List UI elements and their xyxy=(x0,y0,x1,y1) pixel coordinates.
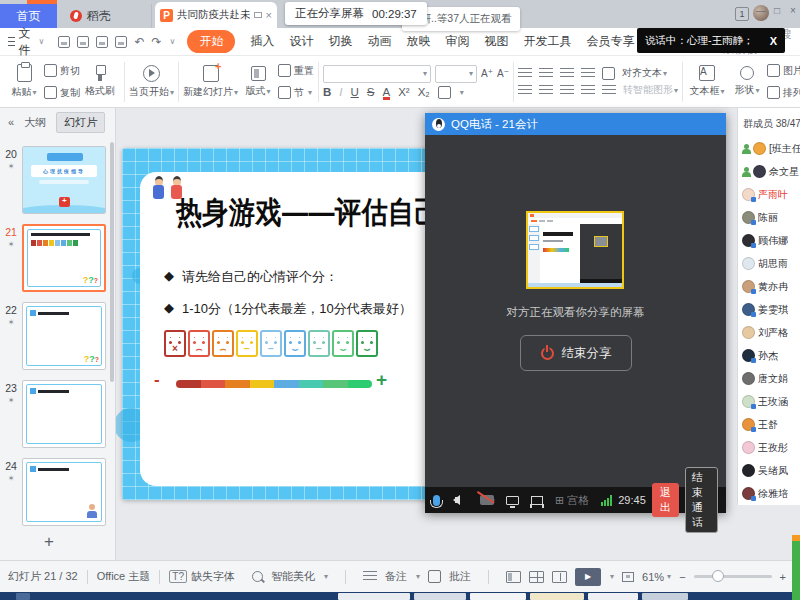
member-row[interactable]: [班主任]心 xyxy=(738,137,800,160)
member-row[interactable]: 佘文星 xyxy=(738,160,800,183)
ribbon-tab[interactable]: 开发工具 xyxy=(523,33,571,50)
comments-button[interactable]: 批注 xyxy=(449,569,471,584)
end-share-button[interactable]: 结束分享 xyxy=(520,335,632,371)
slide-sorter-view-icon[interactable] xyxy=(529,571,544,583)
notification-badge[interactable]: 1 xyxy=(735,7,749,21)
thumbnails-scrollbar[interactable] xyxy=(110,142,114,382)
ribbon-tab[interactable]: 设计 xyxy=(289,33,313,50)
tab-docer[interactable]: 稻壳 xyxy=(60,4,152,28)
decrease-indent-icon[interactable] xyxy=(560,68,574,79)
close-window-icon[interactable]: × xyxy=(788,5,798,16)
reading-view-icon[interactable] xyxy=(552,571,567,583)
member-row[interactable]: 胡思雨 xyxy=(738,252,800,275)
taskbar-item[interactable] xyxy=(642,593,688,600)
zoom-out-button[interactable]: − xyxy=(679,571,685,583)
exit-button[interactable]: 退出 xyxy=(652,483,679,517)
missing-font-label[interactable]: 缺失字体 xyxy=(191,569,235,584)
arrange-button[interactable]: 排列▾ xyxy=(767,84,800,102)
subscript-button[interactable]: X₂ xyxy=(418,86,430,98)
redo-icon[interactable]: ↷ xyxy=(151,35,161,49)
ribbon-tab[interactable]: 视图 xyxy=(484,33,508,50)
text-effects-icon[interactable] xyxy=(438,86,451,99)
textbox-button[interactable]: A 文本框▾ xyxy=(687,59,727,105)
pin-icon[interactable] xyxy=(254,12,262,18)
ribbon-tab[interactable]: 审阅 xyxy=(445,33,469,50)
font-size-select[interactable]: ▾ xyxy=(435,65,477,83)
member-row[interactable]: 唐文娟 xyxy=(738,367,800,390)
zoom-slider[interactable] xyxy=(694,575,772,578)
section-button[interactable]: 节▾ xyxy=(278,84,314,102)
slide-thumb-23[interactable]: 23 ✶ xyxy=(0,380,110,448)
tab-document-active[interactable]: P 共同防疫共赴未...班会PPT课件 × xyxy=(155,2,277,28)
preview-icon[interactable] xyxy=(115,36,127,48)
taskbar-item[interactable] xyxy=(414,593,466,600)
toast-close-icon[interactable]: X xyxy=(770,35,777,47)
numbered-list-icon[interactable] xyxy=(539,68,553,79)
align-left-icon[interactable] xyxy=(518,85,532,96)
align-text-button[interactable]: 对齐文本▾ xyxy=(622,66,667,80)
font-color-button[interactable]: A xyxy=(383,86,391,98)
member-row[interactable]: 孙杰 xyxy=(738,344,800,367)
bold-button[interactable]: B xyxy=(323,86,331,98)
font-family-select[interactable]: ▾ xyxy=(323,65,431,83)
play-from-current-button[interactable]: 当页开始▾ xyxy=(129,59,174,105)
notes-button[interactable]: 备注 xyxy=(385,569,407,584)
bullet-list-icon[interactable] xyxy=(518,68,532,79)
end-call-button[interactable]: 结束通话 xyxy=(685,467,718,533)
member-row[interactable]: 徐雅培 xyxy=(738,482,800,505)
shapes-button[interactable]: 形状▾ xyxy=(727,59,767,105)
save-icon[interactable] xyxy=(58,36,70,48)
ribbon-tab[interactable]: 开始 xyxy=(187,30,235,53)
member-row[interactable]: 顾伟娜 xyxy=(738,229,800,252)
tab-slides[interactable]: 幻灯片 xyxy=(56,112,105,133)
member-row[interactable]: 吴绪凤 xyxy=(738,459,800,482)
reset-button[interactable]: 重置 xyxy=(278,62,314,80)
slideshow-button[interactable]: ▶ xyxy=(575,568,601,586)
ribbon-tab[interactable]: 动画 xyxy=(367,33,391,50)
whiteboard-icon[interactable] xyxy=(531,496,543,505)
italic-button[interactable]: I xyxy=(339,86,342,98)
screen-share-preview[interactable] xyxy=(526,211,624,289)
slide-thumb-24[interactable]: 24 ✶ xyxy=(0,458,110,526)
maximize-icon[interactable]: □ xyxy=(772,5,782,16)
ribbon-tab[interactable]: 插入 xyxy=(250,33,274,50)
increase-indent-icon[interactable] xyxy=(581,68,595,79)
picture-button[interactable]: 图片▾ xyxy=(767,62,800,80)
member-row[interactable]: 刘严格 xyxy=(738,321,800,344)
strikethrough-button[interactable]: S xyxy=(367,86,375,98)
shrink-font-button[interactable]: A⁻ xyxy=(497,68,509,79)
windows-taskbar[interactable] xyxy=(0,592,800,600)
tab-outline[interactable]: 大纲 xyxy=(24,115,46,130)
slide-thumb-22[interactable]: 22 ✶ ??? xyxy=(0,302,110,370)
share-screen-icon[interactable] xyxy=(506,496,519,505)
text-direction-icon[interactable] xyxy=(602,67,615,80)
slide-thumb-21-selected[interactable]: 21 ✶ ??? xyxy=(0,224,110,292)
print-icon[interactable] xyxy=(96,36,108,48)
side-dock[interactable] xyxy=(792,535,800,600)
paste-button[interactable]: 粘贴▾ xyxy=(4,59,44,105)
superscript-button[interactable]: X² xyxy=(398,86,410,98)
taskbar-item[interactable] xyxy=(338,593,410,600)
slide-bullet-1[interactable]: ◆ 请先给自己的心情评个分： xyxy=(164,268,338,286)
export-icon[interactable] xyxy=(77,36,89,48)
microphone-icon[interactable] xyxy=(433,495,440,506)
copy-button[interactable]: 复制 xyxy=(44,84,80,102)
more-icon[interactable]: ∨ xyxy=(170,37,176,46)
add-slide-button[interactable]: + xyxy=(44,532,54,552)
normal-view-icon[interactable] xyxy=(506,571,521,583)
format-painter-button[interactable]: 格式刷 xyxy=(80,59,120,105)
fit-to-window-icon[interactable] xyxy=(622,572,634,582)
grow-font-button[interactable]: A⁺ xyxy=(481,68,493,79)
member-row[interactable]: 王玫涵 xyxy=(738,390,800,413)
speaker-icon[interactable] xyxy=(448,495,460,505)
camera-off-icon[interactable] xyxy=(480,495,494,505)
new-slide-button[interactable]: 新建幻灯片▾ xyxy=(183,59,238,105)
taskbar-item[interactable] xyxy=(588,593,638,600)
undo-icon[interactable]: ↶ xyxy=(134,35,144,49)
member-row[interactable]: 黄亦冉 xyxy=(738,275,800,298)
slide-bullet-2[interactable]: ◆ 1-10分（1分代表最差，10分代表最好） xyxy=(164,300,412,318)
align-right-icon[interactable] xyxy=(560,85,574,96)
align-center-icon[interactable] xyxy=(539,85,553,96)
ribbon-tab[interactable]: 放映 xyxy=(406,33,430,50)
qq-call-window[interactable]: QQ电话 - 21会计 对方正在观看你分享的屏幕 结束分享 ⊞ 宫格 29:45 xyxy=(425,113,726,513)
